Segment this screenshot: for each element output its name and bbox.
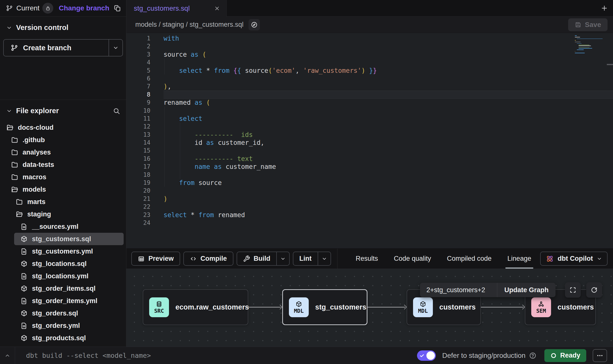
file-item-label: stg_locations.sql: [32, 260, 87, 268]
file-item-docs-cloud[interactable]: docs-cloud: [0, 121, 126, 134]
file-item-label: data-tests: [23, 161, 54, 169]
lint-button[interactable]: Lint: [293, 252, 317, 265]
create-branch-dropdown[interactable]: [109, 40, 122, 56]
line-number: 4: [126, 58, 150, 66]
fullscreen-button[interactable]: [565, 282, 581, 298]
file-item-staging[interactable]: staging: [9, 208, 126, 220]
file-item--sources-yml[interactable]: __sources.yml: [14, 220, 126, 233]
file-item-stg-locations-sql[interactable]: stg_locations.sql: [14, 258, 126, 270]
chevron-down-icon: [6, 25, 12, 31]
line-number: 13: [126, 131, 150, 139]
save-button[interactable]: Save: [568, 18, 608, 31]
cube-icon: [20, 310, 28, 317]
panel-tab-lineage[interactable]: Lineage: [500, 249, 539, 269]
arrow-head-icon: [520, 305, 525, 310]
defer-toggle[interactable]: [417, 350, 436, 361]
toolbar-divider: [337, 249, 337, 269]
node-type-badge-mdl: MDL: [413, 297, 433, 317]
update-graph-button[interactable]: Update Graph: [497, 283, 556, 297]
file-item-stg-customers-sql[interactable]: stg_customers.sql: [14, 233, 124, 245]
build-dropdown[interactable]: [276, 252, 289, 265]
build-split-button: Build: [237, 252, 290, 266]
file-item-models[interactable]: models: [5, 183, 126, 196]
code-line-12: 12: [126, 123, 613, 130]
help-icon[interactable]: [529, 352, 536, 359]
lineage-node-stg-customers[interactable]: MDLstg_customers: [282, 289, 367, 325]
file-item-stg-products-sql[interactable]: stg_products.sql: [14, 332, 126, 344]
ready-status-button[interactable]: Ready: [544, 349, 586, 362]
file-item-stg-locations-yml[interactable]: stg_locations.yml: [14, 270, 126, 282]
file-explorer-header[interactable]: File explorer: [0, 100, 126, 115]
file-item-label: stg_customers.yml: [32, 248, 93, 255]
code-editor[interactable]: 1with23source as (45 select * from {{ so…: [126, 33, 613, 248]
file-item-label: stg_locations.yml: [32, 272, 88, 280]
search-icon[interactable]: [113, 107, 120, 115]
refresh-icon: [590, 286, 598, 294]
line-number: 15: [126, 147, 150, 155]
indent-guide: [164, 107, 165, 115]
file-item-analyses[interactable]: analyses: [5, 146, 126, 158]
indent-guide: [164, 179, 165, 187]
file-item-stg-customers-yml[interactable]: stg_customers.yml: [14, 245, 126, 258]
panel-tab-code-quality[interactable]: Code quality: [386, 249, 439, 269]
code-text: id as customer_id,: [164, 139, 264, 147]
code-line-2: 2: [126, 42, 613, 50]
file-icon: [20, 272, 28, 280]
line-number: 22: [126, 203, 150, 211]
file-item-marts[interactable]: marts: [9, 196, 126, 208]
file-icon: [20, 248, 28, 255]
file-item-data-tests[interactable]: data-tests: [5, 158, 126, 171]
workspace: Current Change branch Version control Cr…: [0, 0, 613, 347]
preview-button[interactable]: Preview: [131, 252, 180, 266]
file-item--github[interactable]: .github: [5, 134, 126, 146]
file-item-stg-orders-sql[interactable]: stg_orders.sql: [14, 307, 126, 319]
lineage-selector-input[interactable]: 2+stg_customers+2: [420, 286, 497, 294]
indent-guide: [180, 171, 180, 179]
line-number: 17: [126, 163, 150, 171]
more-options-button[interactable]: [593, 349, 607, 362]
file-item-label: stg_order_items.yml: [32, 297, 97, 305]
node-type-badge-src: SRC: [149, 297, 169, 317]
panel-tab-results[interactable]: Results: [348, 249, 386, 269]
lineage-edge: [248, 289, 282, 325]
file-item-label: models: [23, 186, 46, 193]
dbt-copilot-button[interactable]: dbt Copilot: [540, 252, 608, 266]
version-control-section: Version control Create branch: [0, 17, 126, 100]
lint-dropdown[interactable]: [318, 252, 331, 265]
version-control-header[interactable]: Version control: [0, 17, 126, 32]
compile-button[interactable]: Compile: [183, 252, 233, 266]
cube-icon: [20, 235, 28, 243]
copy-icon[interactable]: [114, 4, 121, 12]
line-number: 21: [126, 195, 150, 203]
build-button[interactable]: Build: [237, 252, 277, 265]
refresh-button[interactable]: [586, 282, 602, 298]
line-number: 8: [126, 91, 150, 99]
panel-tabs: ResultsCode qualityCompiled codeLineage: [348, 249, 539, 269]
node-type-badge-sem: SEM: [531, 297, 551, 317]
file-item-macros[interactable]: macros: [5, 171, 126, 183]
node-label: customers: [557, 303, 594, 311]
code-line-7: 7),: [126, 82, 613, 90]
line-number: 2: [126, 42, 150, 50]
lineage-node-ecom-raw-customers[interactable]: SRCecom.raw_customers: [143, 289, 248, 325]
new-tab-icon[interactable]: [601, 4, 608, 12]
create-branch-button[interactable]: Create branch: [4, 40, 109, 56]
code-line-11: 11 select: [126, 115, 613, 123]
change-branch-link[interactable]: Change branch: [59, 4, 109, 12]
code-line-22: 22: [126, 203, 613, 211]
expand-command-icon[interactable]: [0, 353, 15, 359]
command-input[interactable]: dbt build --select <model_name>: [26, 352, 151, 359]
file-icon: [20, 223, 28, 230]
file-item-stg-order-items-yml[interactable]: stg_order_items.yml: [14, 295, 126, 307]
code-line-13: 13 ---------- ids: [126, 131, 613, 139]
code-text: name as customer_name: [164, 163, 276, 171]
close-icon[interactable]: [214, 5, 220, 11]
line-number: 5: [126, 67, 150, 75]
tab-stg-customers-sql[interactable]: stg_customers.sql: [126, 0, 227, 17]
panel-tab-compiled-code[interactable]: Compiled code: [439, 249, 500, 269]
file-item-stg-order-items-sql[interactable]: stg_order_items.sql: [14, 282, 126, 295]
file-item-stg-orders-yml[interactable]: stg_orders.yml: [14, 319, 126, 332]
minimap-line: [579, 47, 589, 48]
minimap[interactable]: [575, 35, 605, 54]
explore-docs-button[interactable]: [249, 19, 260, 30]
